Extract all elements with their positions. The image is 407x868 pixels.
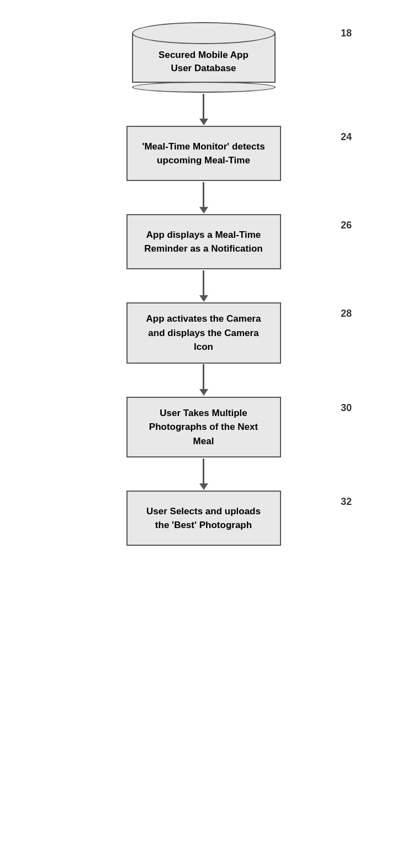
rect-text-30: User Takes Multiple Photographs of the N… bbox=[139, 406, 269, 449]
arrow-line bbox=[203, 94, 204, 119]
database-node-18: Secured Mobile App User Database bbox=[132, 22, 276, 93]
arrow-line bbox=[203, 182, 204, 207]
rect-node-26: App displays a Meal-Time Reminder as a N… bbox=[126, 214, 281, 269]
arrow-4 bbox=[199, 364, 208, 397]
arrow-line bbox=[203, 270, 204, 295]
arrow-head bbox=[199, 389, 208, 396]
node-label-30: 30 bbox=[341, 402, 352, 414]
arrow-head bbox=[199, 207, 208, 214]
rect-text-28: App activates the Camera and displays th… bbox=[139, 312, 269, 354]
rect-node-28: App activates the Camera and displays th… bbox=[126, 302, 281, 364]
rect-node-32: User Selects and uploads the 'Best' Phot… bbox=[126, 491, 281, 546]
rect-text-26: App displays a Meal-Time Reminder as a N… bbox=[139, 228, 269, 256]
node-label-18: 18 bbox=[341, 28, 352, 39]
node-label-32: 32 bbox=[341, 496, 352, 508]
node-wrapper-24: 'Meal-Time Monitor' detects upcoming Mea… bbox=[11, 126, 396, 181]
db-top bbox=[132, 22, 276, 44]
arrow-head bbox=[199, 483, 208, 490]
db-bottom bbox=[132, 82, 276, 93]
arrow-head bbox=[199, 295, 208, 302]
db-text: Secured Mobile App User Database bbox=[158, 49, 249, 75]
arrow-5 bbox=[199, 457, 208, 491]
node-wrapper-32: User Selects and uploads the 'Best' Phot… bbox=[11, 491, 396, 546]
node-wrapper-26: App displays a Meal-Time Reminder as a N… bbox=[11, 214, 396, 269]
arrow-2 bbox=[199, 181, 208, 214]
arrow-head bbox=[199, 119, 208, 125]
node-wrapper-30: User Takes Multiple Photographs of the N… bbox=[11, 397, 396, 458]
rect-node-24: 'Meal-Time Monitor' detects upcoming Mea… bbox=[126, 126, 281, 181]
arrow-line bbox=[203, 459, 204, 483]
arrow-3 bbox=[199, 269, 208, 302]
node-label-28: 28 bbox=[341, 308, 352, 319]
node-wrapper-18: Secured Mobile App User Database 18 bbox=[11, 22, 396, 93]
node-label-24: 24 bbox=[341, 131, 352, 143]
node-wrapper-28: App activates the Camera and displays th… bbox=[11, 302, 396, 364]
arrow-1 bbox=[199, 93, 208, 126]
node-label-26: 26 bbox=[341, 220, 352, 231]
rect-node-30: User Takes Multiple Photographs of the N… bbox=[126, 397, 281, 458]
arrow-line bbox=[203, 364, 204, 389]
rect-text-32: User Selects and uploads the 'Best' Phot… bbox=[139, 504, 269, 532]
rect-text-24: 'Meal-Time Monitor' detects upcoming Mea… bbox=[139, 140, 269, 168]
flowchart-diagram: Secured Mobile App User Database 18 'Mea… bbox=[11, 22, 396, 546]
